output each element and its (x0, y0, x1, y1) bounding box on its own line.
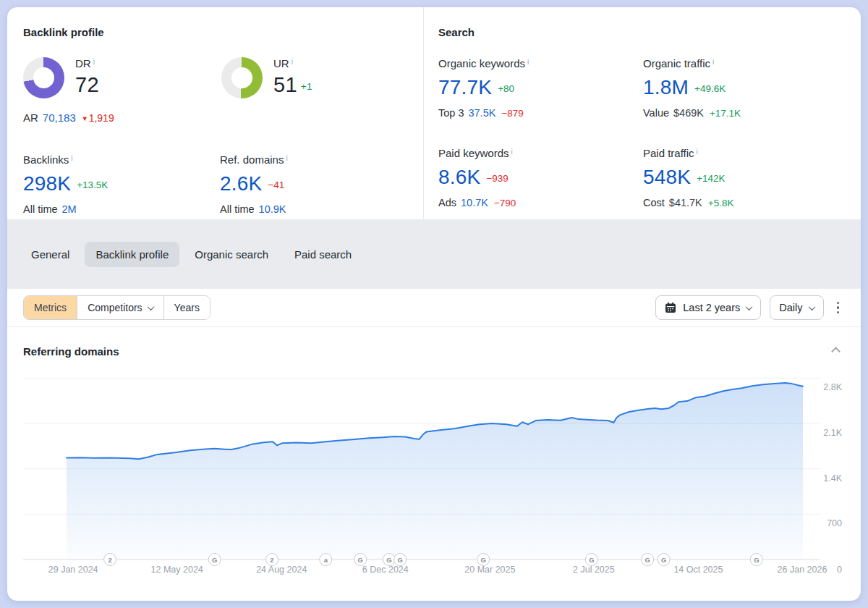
ur-donut (221, 57, 263, 98)
paid-keywords-delta: −939 (486, 173, 508, 184)
view-mode-segmented-control: Metrics Competitors Years (23, 295, 210, 320)
dr-label: DRi (75, 57, 99, 69)
backlinks-label: Backlinksi (23, 153, 220, 166)
traffic-value-amount: $469K (673, 107, 704, 119)
svg-text:26 Jan 2026: 26 Jan 2026 (778, 565, 827, 575)
svg-text:2.8K: 2.8K (823, 382, 842, 392)
ur-value: 51+1 (273, 73, 312, 97)
date-range-button[interactable]: Last 2 years (655, 295, 761, 320)
ur-delta: +1 (301, 81, 312, 92)
referring-domains-section: Referring domains 2.8K2.1K1.4K700029 Jan… (7, 327, 861, 589)
svg-text:700: 700 (827, 518, 842, 528)
tab-general[interactable]: General (20, 242, 80, 267)
ar-value[interactable]: 70,183 (43, 111, 76, 124)
dr-value: 72 (75, 73, 99, 97)
organic-traffic-block: Organic traffici 1.8M+49.6K Value$469K+1… (643, 57, 841, 119)
domain-overview-card: Backlink profile DRi 72 URi 51+1 (7, 7, 861, 601)
info-icon[interactable]: i (71, 154, 72, 162)
svg-text:20 Mar 2025: 20 Mar 2025 (464, 565, 515, 575)
svg-text:0: 0 (837, 565, 842, 575)
paid-keywords-value[interactable]: 8.6K (438, 166, 480, 188)
backlinks-alltime: All time2M (23, 203, 220, 215)
svg-text:G: G (589, 556, 594, 564)
svg-text:G: G (397, 556, 402, 564)
svg-text:G: G (386, 556, 391, 564)
section-tabs: General Backlink profile Organic search … (7, 219, 861, 289)
granularity-label: Daily (779, 302, 802, 313)
ref-domains-delta: −41 (268, 180, 284, 190)
svg-text:G: G (480, 556, 485, 564)
svg-text:12 May 2024: 12 May 2024 (151, 565, 203, 575)
svg-text:6 Dec 2024: 6 Dec 2024 (362, 565, 409, 575)
chart-title: Referring domains (23, 345, 119, 358)
backlinks-alltime-value[interactable]: 2M (62, 203, 77, 215)
tab-paid-search[interactable]: Paid search (284, 242, 362, 267)
triangle-down-icon: ▼ (82, 115, 88, 122)
ar-delta: ▼1,919 (82, 112, 114, 124)
svg-text:2: 2 (108, 556, 111, 564)
organic-traffic-value[interactable]: 1.8M (643, 76, 689, 98)
ref-domains-value[interactable]: 2.6K (220, 172, 262, 195)
dr-donut (23, 57, 64, 98)
info-icon[interactable]: i (292, 58, 293, 66)
info-icon[interactable]: i (697, 148, 698, 156)
granularity-button[interactable]: Daily (770, 295, 823, 320)
organic-keywords-value[interactable]: 77.7K (438, 76, 492, 98)
svg-text:G: G (212, 556, 217, 564)
backlink-profile-column: Backlink profile DRi 72 URi 51+1 (7, 7, 423, 219)
svg-text:24 Aug 2024: 24 Aug 2024 (256, 565, 307, 575)
overview-metrics-section: Backlink profile DRi 72 URi 51+1 (7, 7, 861, 219)
search-title: Search (438, 26, 861, 38)
paid-traffic-block: Paid traffici 548K+142K Cost$41.7K+5.8K (643, 147, 841, 208)
svg-text:1.4K: 1.4K (823, 473, 842, 484)
top3-value[interactable]: 37.5K (468, 107, 495, 119)
info-icon[interactable]: i (93, 58, 95, 66)
svg-text:2 Jul 2025: 2 Jul 2025 (573, 565, 615, 575)
backlinks-value[interactable]: 298K (23, 172, 71, 195)
dr-block: DRi 72 (23, 57, 221, 98)
ref-domains-alltime-value[interactable]: 10.9K (259, 203, 286, 215)
competitors-segment[interactable]: Competitors (77, 296, 163, 319)
referring-domains-chart[interactable]: 2.8K2.1K1.4K700029 Jan 202412 May 202424… (23, 369, 845, 586)
svg-text:G: G (357, 556, 362, 564)
search-column: Search Organic keywordsi 77.7K+80 Top 33… (423, 7, 861, 219)
organic-keywords-block: Organic keywordsi 77.7K+80 Top 337.5K−87… (438, 57, 637, 119)
organic-traffic-delta: +49.6K (694, 83, 726, 94)
collapse-section-button[interactable] (830, 342, 842, 360)
info-icon[interactable]: i (527, 58, 529, 66)
paid-traffic-value[interactable]: 548K (643, 166, 691, 188)
ur-label: URi (273, 57, 312, 69)
paid-keywords-block: Paid keywordsi 8.6K−939 Ads10.7K−790 (438, 147, 637, 208)
ref-domains-label: Ref. domainsi (220, 153, 423, 166)
calendar-icon (665, 302, 676, 313)
ref-domains-alltime: All time10.9K (220, 203, 423, 215)
date-range-label: Last 2 years (683, 302, 740, 313)
paid-traffic-delta: +142K (697, 173, 725, 184)
info-icon[interactable]: i (712, 58, 714, 66)
backlinks-block: Backlinksi 298K+13.5K All time2M (23, 153, 220, 215)
backlink-profile-title: Backlink profile (23, 26, 423, 38)
svg-text:2: 2 (270, 556, 273, 564)
svg-text:2.1K: 2.1K (823, 428, 842, 438)
ar-row: AR70,183▼1,919 (23, 111, 423, 124)
svg-text:a: a (324, 556, 328, 564)
ads-value[interactable]: 10.7K (461, 197, 488, 208)
ref-domains-block: Ref. domainsi 2.6K−41 All time10.9K (220, 153, 423, 215)
tab-backlink-profile[interactable]: Backlink profile (85, 242, 179, 267)
svg-text:14 Oct 2025: 14 Oct 2025 (673, 565, 723, 575)
ar-label: AR (23, 111, 38, 124)
metrics-segment[interactable]: Metrics (24, 296, 77, 319)
years-segment[interactable]: Years (163, 296, 210, 319)
more-options-button[interactable] (833, 297, 844, 318)
svg-text:29 Jan 2024: 29 Jan 2024 (48, 565, 98, 575)
chart-toolbar: Metrics Competitors Years Last 2 years D… (7, 289, 861, 327)
organic-keywords-delta: +80 (498, 83, 514, 94)
info-icon[interactable]: i (511, 148, 513, 156)
svg-text:G: G (754, 556, 759, 564)
ur-block: URi 51+1 (221, 57, 420, 98)
tab-organic-search[interactable]: Organic search (184, 242, 279, 267)
info-icon[interactable]: i (286, 154, 287, 162)
cost-amount: $41.7K (669, 197, 702, 208)
svg-text:G: G (645, 556, 650, 564)
svg-text:G: G (661, 556, 666, 564)
